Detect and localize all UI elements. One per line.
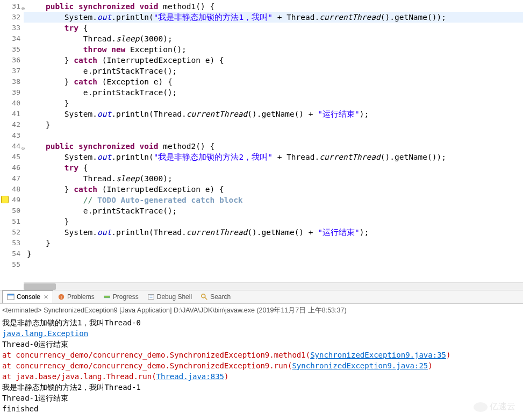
stacktrace-link[interactable]: java.lang.Exception — [2, 329, 88, 338]
console-view[interactable]: <terminated> SynchronizedException9 [Jav… — [0, 304, 523, 417]
line-number: 51 — [0, 216, 24, 227]
console-line: at concurrency_demo/concurrency_demo.Syn… — [2, 350, 521, 360]
line-number: 45 — [0, 152, 24, 162]
line-number: 37 — [0, 66, 24, 76]
tab-label: Debug Shell — [157, 293, 192, 301]
code-line[interactable]: } — [24, 238, 523, 248]
cloud-icon — [474, 402, 488, 412]
stacktrace-link[interactable]: SynchronizedException9.java:35 — [310, 351, 446, 359]
code-line[interactable]: System.out.println(Thread.currentThread(… — [24, 227, 523, 238]
code-line[interactable] — [24, 130, 523, 141]
svg-rect-4 — [104, 296, 110, 298]
console-line: 我是非静态加锁的方法1，我叫Thread-0 — [2, 317, 521, 328]
code-line[interactable]: System.out.println("我是非静态加锁的方法1，我叫" + Th… — [24, 12, 523, 23]
tab-label: Progress — [113, 293, 139, 301]
close-icon[interactable]: ✕ — [44, 294, 48, 301]
fold-icon[interactable]: ⊖ — [19, 3, 25, 9]
tab-debug-shell[interactable]: Debug Shell — [143, 290, 196, 303]
line-number: 50 — [0, 205, 24, 216]
code-line[interactable]: } catch (InterruptedException e) { — [24, 55, 523, 66]
code-line[interactable]: } — [24, 216, 523, 227]
code-line[interactable]: e.printStackTrace(); — [24, 87, 523, 98]
line-number: 44⊖ — [0, 141, 24, 152]
line-number: 39 — [0, 87, 24, 98]
code-editor[interactable]: 31⊖32333435363738394041424344⊖4546474849… — [0, 0, 523, 282]
line-number: 53 — [0, 238, 24, 248]
views-tabbar: Console✕!ProblemsProgressDebug ShellSear… — [0, 290, 523, 304]
console-line: finished — [2, 403, 521, 414]
fold-icon[interactable]: ⊖ — [19, 143, 25, 148]
code-line[interactable]: try { — [24, 162, 523, 173]
svg-text:!: ! — [61, 295, 62, 300]
code-line[interactable]: public synchronized void method1() { — [24, 1, 523, 12]
tab-problems[interactable]: !Problems — [53, 290, 99, 303]
line-number: 43 — [0, 130, 24, 141]
line-number: 32 — [0, 12, 24, 23]
svg-line-7 — [205, 297, 207, 300]
line-number: 55 — [0, 259, 24, 270]
code-line[interactable]: System.out.println("我是非静态加锁的方法2，我叫" + Th… — [24, 152, 523, 162]
console-terminated-line: <terminated> SynchronizedException9 [Jav… — [2, 305, 521, 317]
code-line[interactable]: } catch (Exception e) { — [24, 76, 523, 87]
console-line: at java.base/java.lang.Thread.run(Thread… — [2, 371, 521, 382]
svg-rect-1 — [8, 294, 14, 296]
code-content[interactable]: public synchronized void method1() { Sys… — [24, 0, 523, 282]
quickfix-icon[interactable] — [1, 196, 9, 203]
line-number: 36 — [0, 55, 24, 66]
code-line[interactable]: try { — [24, 23, 523, 33]
console-line: at concurrency_demo/concurrency_demo.Syn… — [2, 360, 521, 371]
console-line: Thread-1运行结束 — [2, 393, 521, 403]
line-number: 49 — [0, 195, 24, 205]
code-line[interactable]: } — [24, 248, 523, 259]
code-line[interactable]: System.out.println(Thread.currentThread(… — [24, 109, 523, 119]
svg-rect-5 — [148, 295, 154, 300]
tab-label: Problems — [67, 293, 95, 301]
code-line[interactable]: public synchronized void method2() { — [24, 141, 523, 152]
line-number: 46 — [0, 162, 24, 173]
line-number: 35 — [0, 44, 24, 55]
watermark-text: 亿速云 — [490, 401, 515, 412]
tab-console[interactable]: Console✕ — [2, 290, 53, 303]
line-number: 42 — [0, 119, 24, 130]
console-line: Thread-0运行结束 — [2, 339, 521, 350]
code-line[interactable]: e.printStackTrace(); — [24, 66, 523, 76]
tab-label: Console — [17, 293, 40, 301]
code-line[interactable]: e.printStackTrace(); — [24, 205, 523, 216]
code-line[interactable]: Thread.sleep(3000); — [24, 173, 523, 184]
console-line: 我是非静态加锁的方法2，我叫Thread-1 — [2, 382, 521, 393]
line-number: 54 — [0, 248, 24, 259]
svg-point-6 — [202, 294, 205, 298]
line-number: 33 — [0, 23, 24, 33]
scrollbar-thumb[interactable] — [24, 283, 56, 290]
code-line[interactable]: throw new Exception(); — [24, 44, 523, 55]
code-line[interactable]: Thread.sleep(3000); — [24, 33, 523, 44]
code-line[interactable]: } — [24, 119, 523, 130]
tab-search[interactable]: Search — [196, 290, 235, 303]
line-number: 38 — [0, 76, 24, 87]
line-number: 48 — [0, 184, 24, 195]
horizontal-scrollbar[interactable] — [24, 282, 523, 290]
code-line[interactable] — [24, 259, 523, 270]
code-line[interactable]: } — [24, 98, 523, 109]
tab-label: Search — [210, 293, 231, 301]
line-number: 40 — [0, 98, 24, 109]
tab-progress[interactable]: Progress — [99, 290, 143, 303]
stacktrace-link[interactable]: Thread.java:835 — [156, 372, 224, 381]
code-line[interactable]: } catch (InterruptedException e) { — [24, 184, 523, 195]
line-number: 31⊖ — [0, 1, 24, 12]
console-output: 我是非静态加锁的方法1，我叫Thread-0java.lang.Exceptio… — [2, 317, 521, 414]
line-gutter: 31⊖32333435363738394041424344⊖4546474849… — [0, 0, 24, 282]
line-number: 34 — [0, 33, 24, 44]
line-number: 52 — [0, 227, 24, 238]
stacktrace-link[interactable]: SynchronizedException9.java:25 — [292, 361, 428, 370]
code-line[interactable]: // TODO Auto-generated catch block — [24, 195, 523, 205]
watermark: 亿速云 — [474, 401, 515, 412]
console-line: java.lang.Exception — [2, 328, 521, 339]
line-number: 47 — [0, 173, 24, 184]
line-number: 41 — [0, 109, 24, 119]
